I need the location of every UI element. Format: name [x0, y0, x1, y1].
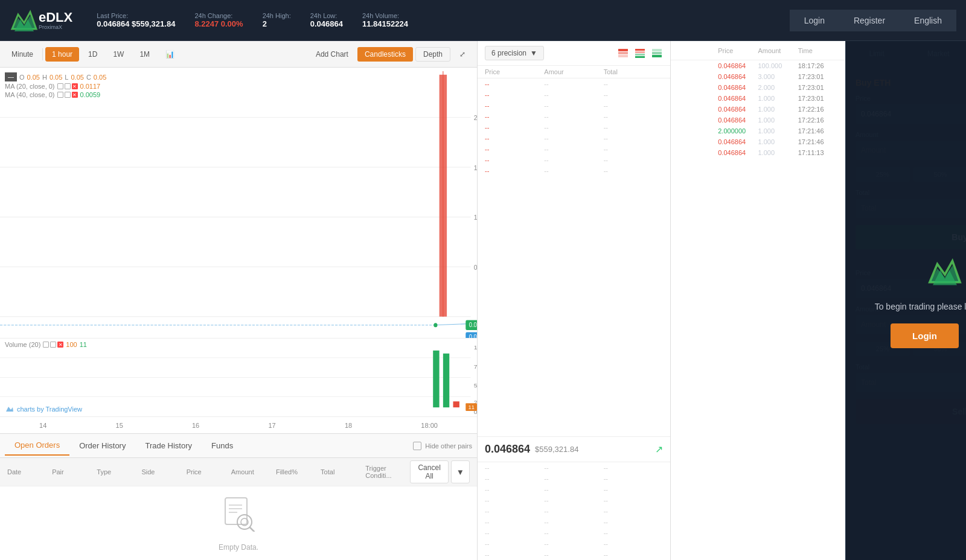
cancel-all-button[interactable]: Cancel All: [410, 460, 448, 483]
time-axis: 14 15 16 17 18 18:00: [0, 416, 477, 433]
ob-col-total: Total: [604, 68, 663, 75]
th-row: 0.0468643.00017:23:01: [671, 71, 845, 82]
change-block: 24h Change: 8.2247 0.00%: [194, 12, 243, 28]
bottom-tabs: Open Orders Order History Trade History …: [0, 434, 477, 458]
chevron-down-icon: ▼: [530, 49, 537, 57]
th-row: 0.046864100.00018:17:26: [671, 60, 845, 71]
th-row: 0.0468641.00017:22:16: [671, 115, 845, 126]
svg-point-14: [433, 323, 437, 327]
ohlc-c: C: [86, 74, 91, 81]
vol-dot1[interactable]: [43, 342, 49, 348]
candlesticks-button[interactable]: Candlesticks: [357, 47, 413, 62]
fullscreen-button[interactable]: ⤢: [453, 47, 472, 62]
hide-pairs: Hide other pairs: [413, 442, 472, 450]
th-row: 0.0468642.00017:23:01: [671, 82, 845, 93]
ma2-dot1[interactable]: [57, 92, 63, 98]
svg-text:2.00: 2.00: [474, 114, 477, 122]
time-18: 18: [345, 422, 352, 429]
ob-toolbar: 6 precision ▼: [478, 41, 670, 66]
hide-pairs-checkbox[interactable]: [413, 442, 421, 450]
cancel-dropdown-button[interactable]: ▼: [451, 460, 470, 483]
tab-funds[interactable]: Funds: [202, 436, 243, 455]
svg-text:1.50: 1.50: [474, 164, 477, 171]
col-side: Side: [141, 468, 181, 476]
ob-icon-both[interactable]: [634, 47, 646, 59]
ma1-dot1[interactable]: [57, 83, 63, 89]
ma2-dot2[interactable]: [65, 92, 71, 98]
login-button[interactable]: Login: [790, 10, 839, 31]
ob-sell-row: ------: [478, 78, 670, 89]
ob-sell-row: ------: [478, 144, 670, 154]
col-price: Price: [187, 468, 226, 476]
trading-panel: Limit Market Stop Limit ? Stop Market ? …: [845, 41, 966, 560]
time-1800: 18:00: [421, 422, 438, 429]
hour-button[interactable]: 1 hour: [45, 47, 79, 62]
depth-button[interactable]: Depth: [415, 47, 450, 62]
col-filled: Filled%: [276, 468, 316, 476]
ob-buy-row: ------: [478, 538, 670, 549]
vol-dot3[interactable]: ✕: [57, 342, 63, 348]
svg-text:11: 11: [468, 404, 474, 410]
svg-rect-24: [433, 351, 439, 407]
hide-pairs-label: Hide other pairs: [425, 442, 472, 450]
svg-rect-42: [618, 52, 628, 54]
candlestick-chart: 2.00 1.50 1.00 0.50 0.05 0.01: [0, 68, 477, 338]
ma1-row: MA (20, close, 0) ✕ 0.0117: [5, 83, 106, 90]
register-button[interactable]: Register: [839, 10, 900, 31]
ob-mid-usd: $559,321.84: [535, 445, 578, 454]
time-16: 16: [192, 422, 199, 429]
ob-header: Price Amour Total: [478, 66, 670, 78]
bottom-panel: Open Orders Order History Trade History …: [0, 433, 477, 560]
ohlc-l: L: [65, 74, 68, 81]
high-label: 24h High:: [263, 12, 291, 19]
ob-icon-buy[interactable]: [651, 47, 663, 59]
ma1-val: 0.0117: [80, 83, 101, 90]
ma2-dot3[interactable]: ✕: [72, 92, 78, 98]
close-button[interactable]: —: [5, 72, 17, 81]
ohlc-h-val: 0.05: [50, 74, 62, 81]
ob-buy-row: ------: [478, 484, 670, 495]
ob-col-amount: Amour: [544, 68, 603, 75]
chart-canvas: — O 0.05 H 0.05 L 0.05 C 0.05 MA (20, cl…: [0, 68, 477, 338]
svg-rect-41: [618, 49, 628, 51]
th-col-time: Time: [798, 47, 838, 54]
ob-buy-row: ------: [478, 527, 670, 538]
volume-block: 24h Volume: 11.84152224: [362, 12, 408, 28]
ob-mid-price: 0.046864: [485, 443, 530, 456]
svg-text:0.50: 0.50: [474, 263, 477, 271]
tab-trade-history[interactable]: Trade History: [135, 436, 202, 455]
language-button[interactable]: English: [900, 10, 956, 31]
precision-select[interactable]: 6 precision ▼: [485, 46, 544, 60]
tradingview-label: charts by TradingView: [17, 406, 82, 413]
main-layout: Minute 1 hour 1D 1W 1M 📊 Add Chart Candl…: [0, 41, 966, 560]
ma1-dot2[interactable]: [65, 83, 71, 89]
logo-sub: ProximaX: [39, 24, 72, 30]
overlay-login-button[interactable]: Login: [891, 323, 959, 348]
month-button[interactable]: 1M: [133, 47, 156, 62]
week-button[interactable]: 1W: [106, 47, 130, 62]
tradingview-credit[interactable]: charts by TradingView: [5, 404, 82, 414]
col-date: Date: [7, 468, 47, 476]
svg-line-40: [250, 527, 254, 532]
time-15: 15: [116, 422, 123, 429]
th-row: 0.0468641.00017:11:13: [671, 147, 845, 158]
add-chart-button[interactable]: Add Chart: [309, 47, 355, 62]
ob-icon-sell[interactable]: [617, 47, 629, 59]
ma2-row: MA (40, close, 0) ✕ 0.0059: [5, 91, 106, 98]
more-button[interactable]: 📊: [159, 47, 181, 62]
tab-open-orders[interactable]: Open Orders: [5, 436, 69, 456]
ob-buy-row: ------: [478, 473, 670, 484]
ob-buy-row: ------: [478, 506, 670, 517]
toolbar-right: Add Chart Candlesticks Depth ⤢: [309, 47, 472, 62]
minute-button[interactable]: Minute: [5, 47, 40, 62]
ob-col-price: Price: [485, 68, 544, 75]
vol-dot2[interactable]: [50, 342, 56, 348]
chart-toolbar: Minute 1 hour 1D 1W 1M 📊 Add Chart Candl…: [0, 41, 477, 68]
ma2-dots: ✕: [57, 92, 78, 98]
svg-text:100: 100: [474, 344, 477, 351]
ma1-dot3[interactable]: ✕: [72, 83, 78, 89]
tab-order-history[interactable]: Order History: [69, 436, 135, 455]
th-row: 0.0468641.00017:23:01: [671, 93, 845, 104]
low-label: 24h Low:: [310, 12, 343, 19]
day-button[interactable]: 1D: [82, 47, 104, 62]
